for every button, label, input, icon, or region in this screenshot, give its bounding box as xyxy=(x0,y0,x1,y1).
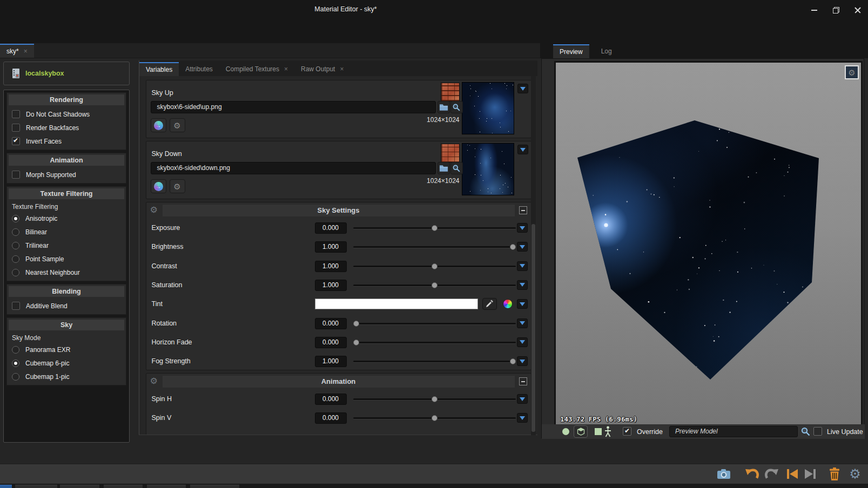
live-update-checkbox[interactable] xyxy=(813,427,822,436)
editor-tab-variables[interactable]: Variables xyxy=(139,62,179,76)
open-material-button[interactable]: → xyxy=(151,118,166,132)
radio-trilinear[interactable]: Trilinear xyxy=(7,239,126,252)
slider-handle[interactable] xyxy=(432,282,438,288)
texture-thumbnail[interactable] xyxy=(462,82,514,134)
eyedropper-button[interactable] xyxy=(482,298,497,310)
parameter-dropdown-button[interactable] xyxy=(517,299,528,309)
minimize-button[interactable] xyxy=(806,4,822,16)
parameter-slider[interactable] xyxy=(353,260,516,273)
editor-tab-attributes[interactable]: Attributes xyxy=(179,62,219,76)
value-input[interactable]: 0.000 xyxy=(315,412,347,424)
checkbox-render-backfaces[interactable]: Render Backfaces xyxy=(7,121,126,134)
editor-tab-compiled-textures[interactable]: Compiled Textures× xyxy=(219,62,294,76)
settings-gear-button[interactable]: ⚙ xyxy=(847,466,863,482)
texture-dropdown-button[interactable] xyxy=(517,84,528,93)
slider-handle[interactable] xyxy=(432,415,438,421)
value-input[interactable]: 1.000 xyxy=(315,261,347,272)
collapse-button[interactable] xyxy=(519,206,527,214)
parameter-dropdown-button[interactable] xyxy=(517,223,528,233)
parameter-dropdown-button[interactable] xyxy=(517,394,528,404)
parameter-dropdown-button[interactable] xyxy=(517,261,528,271)
open-material-button[interactable]: → xyxy=(151,179,166,193)
checkbox[interactable] xyxy=(12,110,20,118)
texture-path-input[interactable]: skybox\6-sided\up.png xyxy=(151,101,436,113)
screenshot-camera-button[interactable] xyxy=(716,466,732,482)
value-input[interactable]: 0.000 xyxy=(315,318,347,329)
slider-handle[interactable] xyxy=(510,358,516,364)
texture-settings-button[interactable]: ⚙ xyxy=(170,179,185,193)
tab-close-icon[interactable]: × xyxy=(284,65,288,73)
texture-dropdown-button[interactable] xyxy=(517,145,528,154)
taskbar-window-button[interactable] xyxy=(104,485,143,488)
parameter-slider[interactable] xyxy=(353,355,516,368)
checkbox[interactable] xyxy=(12,171,20,179)
inspect-texture-button[interactable] xyxy=(450,162,463,174)
checkbox-do-not-cast-shadows[interactable]: Do Not Cast Shadows xyxy=(7,107,126,121)
gear-icon[interactable]: ⚙ xyxy=(150,206,158,214)
scrollbar-thumb[interactable] xyxy=(531,224,535,432)
parameter-slider[interactable] xyxy=(353,317,516,330)
parameter-dropdown-button[interactable] xyxy=(517,242,528,252)
restore-button[interactable] xyxy=(828,4,844,16)
override-checkbox[interactable] xyxy=(623,427,631,436)
value-input[interactable]: 1.000 xyxy=(315,241,347,253)
parameter-slider[interactable] xyxy=(353,393,516,406)
inspect-texture-button[interactable] xyxy=(450,101,463,113)
taskbar-window-button[interactable] xyxy=(15,485,57,488)
preview-model-input[interactable]: Preview Model xyxy=(669,426,798,437)
taskbar-window-button[interactable] xyxy=(147,485,186,488)
preview-tab-log[interactable]: Log xyxy=(595,44,618,58)
undo-button[interactable] xyxy=(744,466,761,482)
skip-forward-button[interactable] xyxy=(802,466,818,482)
checkbox-morph-supported[interactable]: Morph Supported xyxy=(7,168,126,181)
texture-path-input[interactable]: skybox\6-sided\down.png xyxy=(151,162,436,174)
radio-button[interactable] xyxy=(12,242,19,249)
slider-handle[interactable] xyxy=(432,396,438,402)
variables-scrollbar[interactable] xyxy=(531,76,536,435)
checkbox[interactable] xyxy=(12,124,20,132)
radio-button[interactable] xyxy=(12,255,19,263)
taskbar-window-button[interactable] xyxy=(190,485,239,488)
value-input[interactable]: 1.000 xyxy=(315,356,347,367)
radio-button[interactable] xyxy=(12,373,19,381)
collapse-button[interactable] xyxy=(519,377,527,385)
preview-tab-preview[interactable]: Preview xyxy=(553,44,589,58)
radio-panorama-exr[interactable]: Panorama EXR xyxy=(7,343,126,356)
color-picker-button[interactable] xyxy=(501,298,514,310)
radio-cubemap-6-pic[interactable]: Cubemap 6-pic xyxy=(7,356,126,370)
radio-anisotropic[interactable]: Anisotropic xyxy=(7,212,126,225)
parameter-dropdown-button[interactable] xyxy=(517,413,528,423)
slider-handle[interactable] xyxy=(353,340,359,345)
radio-nearest-neighbour[interactable]: Nearest Neighbour xyxy=(7,266,126,279)
gear-icon[interactable]: ⚙ xyxy=(150,377,158,385)
tint-color-swatch[interactable] xyxy=(315,299,478,309)
parameter-dropdown-button[interactable] xyxy=(517,318,528,328)
value-input[interactable]: 0.000 xyxy=(315,394,347,405)
slider-handle[interactable] xyxy=(432,263,438,269)
radio-button[interactable] xyxy=(12,346,19,354)
editor-tab-raw-output[interactable]: Raw Output× xyxy=(294,62,350,76)
value-input[interactable]: 1.000 xyxy=(315,280,347,291)
slider-handle[interactable] xyxy=(510,244,516,250)
checkbox[interactable] xyxy=(12,302,20,310)
tab-close-icon[interactable]: × xyxy=(24,48,28,55)
value-input[interactable]: 0.000 xyxy=(315,222,347,234)
redo-button[interactable] xyxy=(763,466,779,482)
slider-handle[interactable] xyxy=(432,225,438,231)
radio-point-sample[interactable]: Point Sample xyxy=(7,252,126,266)
radio-bilinear[interactable]: Bilinear xyxy=(7,225,126,239)
parameter-slider[interactable] xyxy=(353,279,516,292)
preview-shape-cube-button[interactable] xyxy=(574,425,588,438)
browse-file-button[interactable] xyxy=(438,162,450,174)
radio-button[interactable] xyxy=(12,215,19,222)
texture-settings-button[interactable]: ⚙ xyxy=(170,118,185,132)
parameter-dropdown-button[interactable] xyxy=(517,356,528,366)
checkbox[interactable] xyxy=(12,137,20,145)
preview-shape-sphere-button[interactable] xyxy=(562,428,569,435)
parameter-slider[interactable] xyxy=(353,222,516,235)
preview-viewport[interactable]: ⚙ 143.72 FPS (6.96ms) xyxy=(554,61,863,428)
browse-file-button[interactable] xyxy=(438,101,450,113)
value-input[interactable]: 0.000 xyxy=(315,337,347,348)
tab-close-icon[interactable]: × xyxy=(340,65,344,73)
texture-thumbnail[interactable] xyxy=(462,143,514,195)
